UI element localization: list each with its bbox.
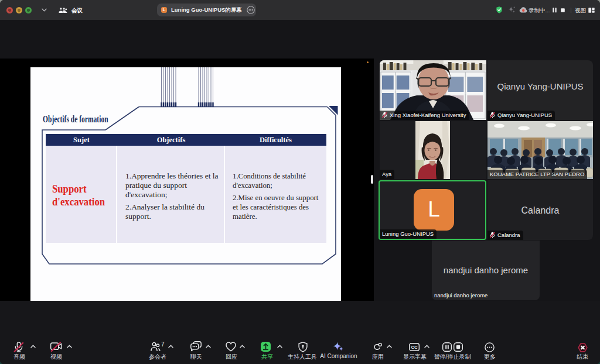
svg-text:CC: CC xyxy=(411,345,418,350)
